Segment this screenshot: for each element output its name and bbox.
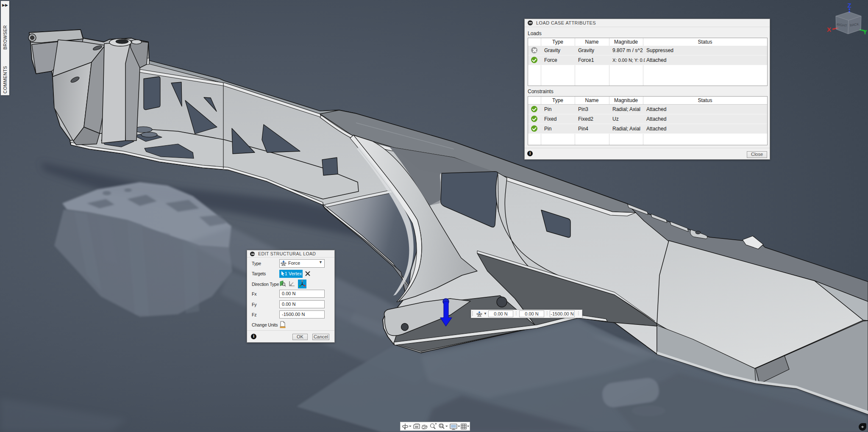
svg-text:Z: Z <box>847 2 851 9</box>
svg-text:Y: Y <box>863 28 867 36</box>
svg-text:X: X <box>827 26 831 33</box>
